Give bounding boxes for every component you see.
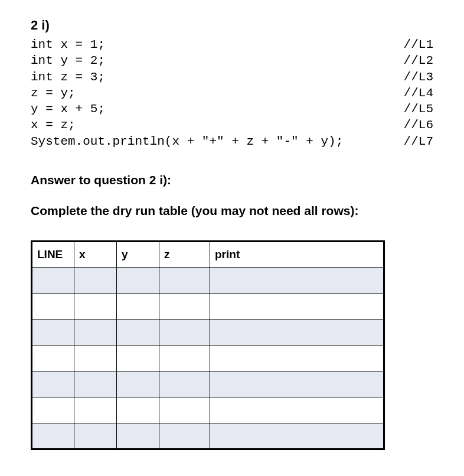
cell-x — [74, 268, 117, 294]
cell-y — [117, 423, 159, 449]
code-text: x = z; — [31, 117, 404, 133]
table-header-row: LINE x y z print — [32, 242, 384, 268]
question-label: 2 i) — [31, 18, 433, 33]
cell-print — [210, 397, 384, 423]
header-print: print — [210, 242, 384, 268]
code-comment: //L4 — [404, 85, 433, 101]
code-line: y = x + 5; //L5 — [31, 101, 433, 117]
code-text: int y = 2; — [31, 53, 404, 69]
cell-x — [74, 423, 117, 449]
header-y: y — [117, 242, 159, 268]
dry-run-table: LINE x y z print — [31, 240, 385, 450]
table-row — [32, 294, 384, 319]
cell-line — [32, 345, 74, 371]
cell-print — [210, 345, 384, 371]
table-row — [32, 345, 384, 371]
code-line: int x = 1; //L1 — [31, 37, 433, 53]
code-line: int z = 3; //L3 — [31, 69, 433, 85]
code-block: int x = 1; //L1 int y = 2; //L2 int z = … — [31, 37, 433, 149]
code-line: System.out.println(x + "+" + z + "-" + y… — [31, 133, 433, 149]
cell-print — [210, 423, 384, 449]
cell-y — [117, 371, 159, 397]
code-comment: //L6 — [404, 117, 433, 133]
code-comment: //L1 — [404, 37, 433, 53]
table-row — [32, 397, 384, 423]
table-row — [32, 319, 384, 345]
code-line: int y = 2; //L2 — [31, 53, 433, 69]
cell-print — [210, 319, 384, 345]
header-z: z — [159, 242, 210, 268]
cell-print — [210, 371, 384, 397]
code-text: System.out.println(x + "+" + z + "-" + y… — [31, 133, 404, 149]
code-comment: //L7 — [404, 133, 433, 149]
cell-y — [117, 294, 159, 319]
table-row — [32, 423, 384, 449]
cell-line — [32, 294, 74, 319]
table-row — [32, 268, 384, 294]
cell-line — [32, 268, 74, 294]
code-line: z = y; //L4 — [31, 85, 433, 101]
cell-print — [210, 268, 384, 294]
cell-line — [32, 319, 74, 345]
header-x: x — [74, 242, 117, 268]
cell-y — [117, 268, 159, 294]
cell-y — [117, 397, 159, 423]
cell-y — [117, 345, 159, 371]
code-comment: //L5 — [404, 101, 433, 117]
cell-x — [74, 371, 117, 397]
header-line: LINE — [32, 242, 74, 268]
cell-print — [210, 294, 384, 319]
cell-y — [117, 319, 159, 345]
cell-x — [74, 294, 117, 319]
cell-x — [74, 319, 117, 345]
code-text: z = y; — [31, 85, 404, 101]
cell-line — [32, 423, 74, 449]
cell-z — [159, 268, 210, 294]
cell-z — [159, 319, 210, 345]
answer-heading: Answer to question 2 i): — [31, 173, 433, 187]
cell-z — [159, 397, 210, 423]
cell-x — [74, 345, 117, 371]
code-comment: //L2 — [404, 53, 433, 69]
cell-z — [159, 423, 210, 449]
cell-z — [159, 294, 210, 319]
code-text: int x = 1; — [31, 37, 404, 53]
code-text: int z = 3; — [31, 69, 404, 85]
cell-x — [74, 397, 117, 423]
code-line: x = z; //L6 — [31, 117, 433, 133]
cell-line — [32, 371, 74, 397]
code-text: y = x + 5; — [31, 101, 404, 117]
instruction-text: Complete the dry run table (you may not … — [31, 204, 433, 218]
cell-z — [159, 345, 210, 371]
code-comment: //L3 — [404, 69, 433, 85]
cell-z — [159, 371, 210, 397]
table-row — [32, 371, 384, 397]
cell-line — [32, 397, 74, 423]
